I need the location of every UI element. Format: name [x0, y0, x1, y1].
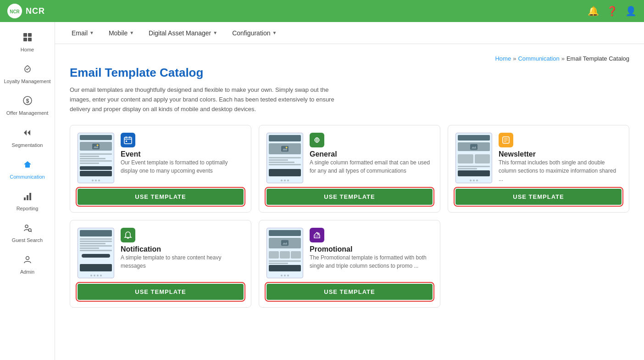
- preview-dot: [94, 275, 95, 276]
- nav-mobile[interactable]: Mobile ▼: [103, 22, 139, 44]
- general-card-desc: A single column formatted email that can…: [310, 158, 433, 175]
- admin-icon: [22, 254, 33, 267]
- preview-dot: [470, 180, 472, 181]
- use-template-notification-button[interactable]: USE TEMPLATE: [78, 284, 244, 300]
- sidebar-item-loyalty-label: Loyalty Management: [4, 79, 50, 84]
- card-icon-row-general: [310, 133, 433, 147]
- preview-dot: [473, 180, 475, 181]
- preview-header: [269, 135, 301, 141]
- svg-point-15: [25, 225, 28, 228]
- svg-marker-9: [28, 130, 30, 135]
- nav-email-label: Email: [72, 29, 88, 37]
- card-preview-img-newsletter: [455, 133, 492, 183]
- preview-line: [458, 166, 490, 167]
- nav-configuration-arrow: ▼: [272, 30, 277, 35]
- use-template-event-button[interactable]: USE TEMPLATE: [78, 189, 244, 205]
- sidebar-item-offer[interactable]: $ Offer Management: [0, 91, 55, 121]
- preview-line: [80, 158, 105, 159]
- preview-dots: [456, 178, 492, 183]
- nav-mobile-label: Mobile: [109, 29, 128, 37]
- preview-col: [475, 154, 490, 163]
- preview-dot: [98, 180, 100, 181]
- svg-rect-22: [124, 137, 132, 144]
- page-content: Home » Communication » Email Template Ca…: [55, 44, 644, 360]
- notification-icon[interactable]: 🔔: [588, 6, 599, 17]
- card-preview-img-general: [266, 133, 303, 183]
- sidebar-item-admin[interactable]: Admin: [0, 250, 55, 280]
- svg-rect-4: [23, 38, 27, 41]
- preview-dot: [284, 275, 286, 276]
- preview-lines: [78, 152, 114, 165]
- preview-dot: [95, 180, 97, 181]
- template-card-event: Event Our Event template is formatted to…: [70, 125, 251, 213]
- svg-rect-27: [281, 146, 289, 152]
- svg-point-18: [26, 257, 29, 260]
- preview-footer: [80, 264, 112, 271]
- preview-line: [269, 159, 288, 161]
- nav-email[interactable]: Email ▼: [66, 22, 100, 44]
- preview-footer: [80, 171, 112, 177]
- template-grid: Event Our Event template is formatted to…: [70, 125, 629, 308]
- preview-image: [269, 238, 301, 248]
- card-preview-general: [266, 133, 303, 183]
- breadcrumb-current: Email Template Catalog: [566, 55, 629, 62]
- sidebar-item-segmentation[interactable]: Segmentation: [0, 123, 55, 153]
- newsletter-type-icon: [499, 133, 513, 147]
- use-template-promotional-button[interactable]: USE TEMPLATE: [266, 284, 433, 300]
- preview-btn: [80, 166, 112, 170]
- preview-dot: [287, 180, 289, 181]
- card-info-event: Event Our Event template is formatted to…: [121, 133, 244, 175]
- use-template-general-button[interactable]: USE TEMPLATE: [266, 189, 433, 205]
- template-card-promotional: Promotional The Promotional template is …: [259, 220, 440, 308]
- svg-rect-31: [470, 144, 477, 149]
- breadcrumb-home[interactable]: Home: [495, 55, 511, 62]
- sidebar-item-loyalty[interactable]: Loyalty Management: [0, 59, 55, 89]
- preview-line: [80, 245, 112, 247]
- nav-configuration[interactable]: Configuration ▼: [227, 22, 282, 44]
- event-type-icon: [121, 133, 135, 147]
- preview-dot: [287, 275, 289, 276]
- svg-line-17: [31, 231, 32, 232]
- nav-digital-asset[interactable]: Digital Asset Manager ▼: [143, 22, 223, 44]
- home-icon: [22, 32, 33, 45]
- use-template-newsletter-button[interactable]: USE TEMPLATE: [455, 189, 622, 205]
- help-icon[interactable]: ❓: [606, 6, 618, 17]
- preview-line: [269, 260, 301, 262]
- template-card-general: General A single column formatted email …: [259, 125, 440, 213]
- ncr-logo-icon: NCR: [7, 4, 22, 18]
- sidebar-item-guest-search[interactable]: Guest Search: [0, 218, 55, 248]
- card-icon-row-promotional: [310, 228, 433, 242]
- sidebar-item-offer-label: Offer Management: [6, 110, 49, 116]
- sidebar-item-reporting[interactable]: Reporting: [0, 186, 55, 216]
- preview-dot: [92, 180, 94, 181]
- preview-header: [458, 135, 490, 140]
- nav-bar: Email ▼ Mobile ▼ Digital Asset Manager ▼…: [55, 22, 644, 44]
- notification-card-title: Notification: [121, 245, 244, 253]
- sidebar-item-home-label: Home: [21, 47, 34, 53]
- preview-line: [80, 241, 112, 242]
- nav-email-arrow: ▼: [89, 30, 94, 35]
- svg-rect-26: [126, 141, 127, 142]
- preview-dots: [267, 178, 303, 183]
- nav-mobile-arrow: ▼: [129, 30, 134, 35]
- preview-image: [269, 143, 301, 154]
- template-card-newsletter: Newsletter This format includes both sin…: [448, 125, 629, 213]
- sidebar-item-communication[interactable]: Communication: [0, 155, 55, 185]
- user-icon[interactable]: 👤: [625, 6, 637, 17]
- svg-rect-13: [27, 195, 28, 200]
- preview-two-col: [456, 153, 492, 165]
- card-preview-img-event: [78, 133, 114, 183]
- card-info-notification: Notification A simple template to share …: [121, 228, 244, 270]
- sidebar-item-admin-label: Admin: [20, 269, 34, 275]
- breadcrumb-communication[interactable]: Communication: [518, 55, 559, 62]
- svg-rect-14: [29, 193, 31, 200]
- topbar-logo: NCR NCR: [7, 4, 45, 18]
- svg-text:NCR: NCR: [10, 9, 20, 14]
- card-body-newsletter: Newsletter This format includes both sin…: [455, 133, 622, 183]
- card-icon-row-event: [121, 133, 244, 147]
- topbar: NCR NCR 🔔 ❓ 👤: [0, 0, 644, 22]
- breadcrumb: Home » Communication » Email Template Ca…: [70, 55, 629, 62]
- sidebar-item-home[interactable]: Home: [0, 28, 55, 57]
- card-info-newsletter: Newsletter This format includes both sin…: [499, 133, 622, 183]
- promotional-type-icon: [310, 228, 324, 242]
